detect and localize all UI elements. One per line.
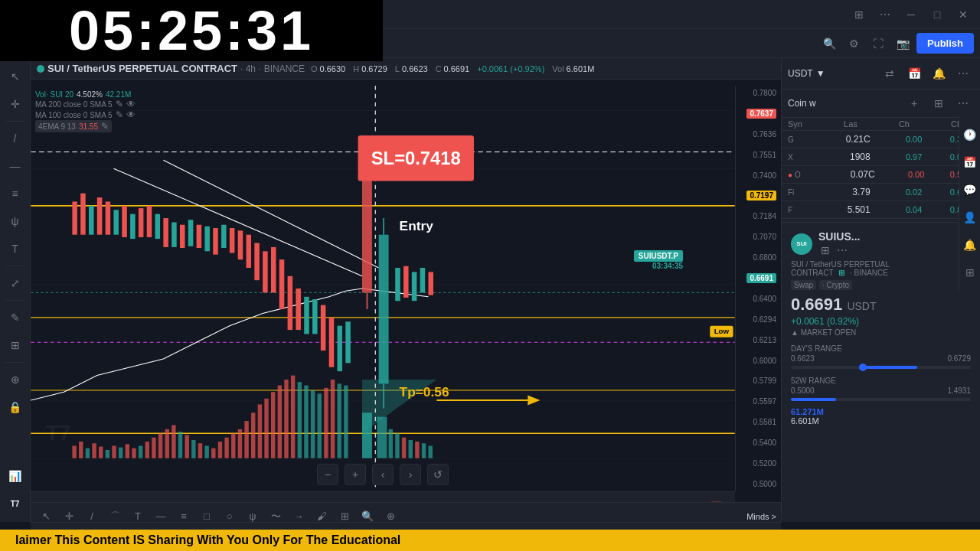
- svg-rect-110: [324, 388, 328, 458]
- add-watchlist-icon[interactable]: +: [903, 93, 925, 114]
- sync-icon[interactable]: ⇄: [879, 63, 900, 84]
- watchlist-item-x[interactable]: X 1908 0.97 0.05%: [782, 148, 980, 166]
- svg-rect-106: [298, 382, 302, 458]
- svg-rect-25: [139, 208, 143, 237]
- expand-icon[interactable]: ⤢: [3, 271, 28, 295]
- calendar-icon[interactable]: 📅: [903, 63, 925, 84]
- 52w-range-section: 52W RANGE 0.5000 1.4931: [791, 377, 971, 401]
- svg-rect-20: [97, 197, 102, 235]
- price-0669: 0.6691: [737, 274, 779, 282]
- svg-rect-88: [178, 432, 182, 458]
- minds-label[interactable]: Minds >: [746, 512, 776, 521]
- volume-section: 61.271M 6.601M: [791, 407, 971, 425]
- svg-rect-42: [279, 259, 284, 309]
- chart-bottom-controls: − + ‹ › ↺: [31, 459, 735, 490]
- svg-rect-23: [122, 206, 126, 237]
- horizontal-line-tool[interactable]: —: [3, 154, 28, 178]
- crosshair-tool[interactable]: ✛: [3, 92, 28, 116]
- svg-text:Tp=0.56: Tp=0.56: [400, 384, 449, 399]
- svg-rect-120: [415, 442, 419, 458]
- lock-tool[interactable]: 🔒: [3, 395, 28, 419]
- clock-icon[interactable]: 🕐: [958, 122, 981, 147]
- chart-type-tool[interactable]: 📊: [3, 464, 28, 488]
- zoom-in-button[interactable]: +: [345, 464, 366, 485]
- svg-rect-112: [338, 383, 341, 458]
- magnet-tool[interactable]: ⊕: [3, 367, 28, 392]
- maximize-icon[interactable]: □: [926, 4, 948, 25]
- channel-tool[interactable]: ≡: [3, 181, 28, 206]
- svg-rect-119: [409, 440, 413, 458]
- reset-view-button[interactable]: ↺: [427, 464, 449, 485]
- grid2-icon[interactable]: ⊞: [958, 260, 981, 285]
- fib-tool[interactable]: ψ: [3, 209, 28, 233]
- edit-icon[interactable]: ✎: [116, 99, 123, 109]
- more-options-icon[interactable]: ⋯: [874, 4, 896, 25]
- cursor-tool[interactable]: ↖: [3, 64, 28, 89]
- watchlist-item-o[interactable]: ● O 0.07C 0.00 0.53%: [782, 166, 980, 184]
- svg-rect-100: [258, 404, 262, 458]
- day-low: 0.6623: [791, 354, 815, 363]
- coin-price: 0.6691 USDT: [791, 295, 971, 315]
- text-tool[interactable]: T: [3, 236, 28, 261]
- calendar2-icon[interactable]: 📅: [958, 150, 981, 174]
- grid-icon[interactable]: ⊞: [928, 93, 949, 114]
- fullscreen-icon[interactable]: ⛶: [867, 33, 889, 54]
- svg-rect-91: [198, 443, 202, 458]
- search-icon[interactable]: 🔍: [818, 33, 840, 54]
- notification2-icon[interactable]: 🔔: [958, 233, 981, 257]
- notification-icon[interactable]: 🔔: [928, 63, 949, 84]
- more-options-icon[interactable]: ⋯: [952, 63, 974, 84]
- eye-icon[interactable]: 👁: [126, 99, 136, 109]
- svg-rect-58: [403, 266, 408, 298]
- scroll-right-button[interactable]: ›: [400, 464, 421, 485]
- svg-rect-19: [89, 206, 93, 235]
- svg-rect-83: [145, 442, 149, 458]
- svg-text:Low: Low: [714, 327, 730, 335]
- close-icon[interactable]: ✕: [952, 4, 974, 25]
- svg-rect-85: [158, 433, 162, 458]
- bottom-ticker: laimer This Content IS Sharing With You …: [0, 530, 980, 551]
- person-icon[interactable]: 👤: [958, 205, 981, 230]
- grid-icon[interactable]: ⊞: [818, 243, 832, 257]
- watchlist-item-g[interactable]: G 0.21C 0.00 0.33%: [782, 131, 980, 148]
- left-sidebar: ↖ ✛ / — ≡ ψ T ⤢ ✎ ⊞ ⊕ 🔒 📊 T7: [0, 58, 31, 522]
- watchlist-item-fi[interactable]: Fi 3.79 0.02 0.64%: [782, 184, 980, 201]
- edit3-icon[interactable]: ✎: [101, 121, 109, 132]
- chart-canvas[interactable]: SL=0.7418 Entry Tp=0.56 Low: [31, 86, 735, 491]
- svg-rect-38: [247, 235, 251, 268]
- minimize-icon[interactable]: ─: [900, 4, 922, 25]
- svg-rect-54: [379, 235, 389, 384]
- svg-rect-114: [362, 412, 372, 458]
- swap-badge: Swap: [791, 280, 816, 290]
- chat-icon[interactable]: 💬: [958, 178, 981, 202]
- chart-timeframe: · 4h ·: [240, 64, 261, 74]
- svg-rect-37: [238, 230, 243, 259]
- svg-rect-27: [155, 214, 160, 239]
- svg-rect-26: [147, 206, 152, 237]
- currency-selector[interactable]: USDT ▼: [788, 68, 876, 79]
- publish-button[interactable]: Publish: [916, 33, 974, 54]
- scroll-left-button[interactable]: ‹: [372, 464, 394, 485]
- trend-line-tool[interactable]: /: [3, 126, 28, 151]
- watchlist-more-icon[interactable]: ⋯: [952, 93, 974, 114]
- svg-rect-34: [213, 228, 217, 255]
- svg-rect-76: [99, 447, 103, 458]
- svg-rect-102: [271, 392, 275, 458]
- chart-area: SUI / TetherUS PERPETUAL CONTRACT · 4h ·…: [31, 58, 781, 522]
- screenshot-icon[interactable]: 📷: [892, 33, 913, 54]
- eye2-icon[interactable]: 👁: [126, 109, 136, 120]
- chart-svg: SL=0.7418 Entry Tp=0.56 Low: [31, 86, 735, 491]
- zoom-out-button[interactable]: −: [317, 464, 338, 485]
- svg-rect-45: [304, 297, 309, 334]
- tv-icon[interactable]: T7: [3, 491, 28, 516]
- watchlist-item-f[interactable]: F 5.501 0.04 0.88%: [782, 201, 980, 219]
- price-0740: 0.7400: [737, 171, 779, 180]
- svg-rect-21: [106, 201, 110, 234]
- pencil-tool[interactable]: ✎: [3, 305, 28, 330]
- settings-icon[interactable]: ⚙: [843, 33, 864, 54]
- more-icon[interactable]: ⋯: [835, 243, 849, 257]
- measure-tool[interactable]: ⊞: [3, 333, 28, 357]
- svg-rect-31: [188, 220, 193, 246]
- edit2-icon[interactable]: ✎: [116, 109, 123, 120]
- window-manage-icon[interactable]: ⊞: [848, 4, 870, 25]
